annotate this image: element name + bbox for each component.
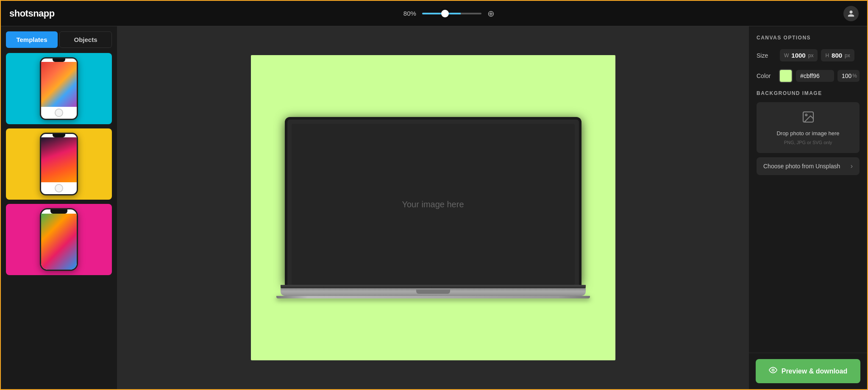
- opacity-value: 100: [842, 72, 851, 79]
- phone-notch-1: [53, 58, 65, 62]
- phone-home-btn-1: [55, 109, 63, 117]
- screen-character: [41, 214, 77, 270]
- topbar-left: shotsnapp: [9, 8, 55, 19]
- unsplash-button[interactable]: Choose photo from Unsplash ›: [757, 157, 860, 175]
- options-title: CANVAS OPTIONS: [757, 35, 860, 41]
- topbar-center: 80% ⊕: [403, 8, 495, 19]
- app-logo: shotsnapp: [9, 8, 55, 19]
- width-field[interactable]: W 1000 px: [780, 49, 818, 61]
- screen-abstract: [41, 62, 77, 107]
- screen-smoke: [41, 137, 77, 182]
- drop-sub-text: PNG, JPG or SVG only: [784, 140, 832, 145]
- laptop-hinge: [281, 285, 586, 288]
- svg-point-1: [805, 114, 807, 116]
- height-unit: px: [845, 53, 850, 58]
- size-label: Size: [757, 52, 780, 59]
- unsplash-label: Choose photo from Unsplash: [763, 163, 840, 170]
- color-swatch[interactable]: [779, 69, 793, 83]
- template-card-1[interactable]: [6, 53, 112, 124]
- size-controls: W 1000 px H 800 px: [780, 49, 860, 61]
- zoom-slider-wrap: [422, 13, 481, 14]
- zoom-label: 80%: [403, 10, 416, 17]
- phone-mockup-1: [40, 57, 78, 120]
- width-unit: px: [808, 53, 814, 58]
- width-dim-label: W: [784, 53, 789, 58]
- template-card-3[interactable]: [6, 204, 112, 275]
- user-icon-button[interactable]: [843, 6, 859, 21]
- opacity-symbol: %: [852, 73, 857, 79]
- width-value: 1000: [791, 52, 805, 59]
- template-card-2[interactable]: [6, 128, 112, 200]
- drop-zone[interactable]: Drop photo or image here PNG, JPG or SVG…: [757, 102, 860, 153]
- color-label: Color: [757, 72, 779, 79]
- preview-download-button[interactable]: Preview & download: [756, 359, 860, 383]
- color-controls: #cbff96 100 %: [779, 69, 860, 83]
- image-upload-icon: [801, 110, 815, 127]
- download-label: Preview & download: [782, 368, 848, 375]
- tab-objects[interactable]: Objects: [59, 31, 112, 48]
- user-icon: [847, 10, 855, 17]
- topbar-right: [843, 6, 859, 21]
- download-bar: Preview & download: [749, 353, 867, 389]
- phone-home-btn-2: [55, 184, 63, 192]
- phone-mockup-3: [40, 208, 78, 271]
- laptop-placeholder-text: Your image here: [402, 200, 464, 209]
- color-row: Color #cbff96 100 %: [757, 69, 860, 83]
- height-value: 800: [832, 52, 842, 59]
- right-panel: CANVAS OPTIONS Size W 1000 px H 800 px: [748, 26, 867, 389]
- main-area: Templates Objects: [1, 26, 867, 389]
- opacity-field[interactable]: 100 %: [837, 70, 860, 82]
- tab-bar: Templates Objects: [1, 26, 117, 48]
- canvas[interactable]: Your image here: [251, 55, 615, 360]
- bg-image-section: BACKGROUND IMAGE Drop photo or image her…: [757, 90, 860, 175]
- laptop-screen-outer: Your image here: [285, 117, 581, 285]
- left-panel: Templates Objects: [1, 26, 117, 389]
- laptop-mockup: Your image here: [281, 117, 586, 298]
- bg-image-title: BACKGROUND IMAGE: [757, 90, 860, 96]
- laptop-screen-inner: Your image here: [292, 124, 575, 285]
- canvas-options: CANVAS OPTIONS Size W 1000 px H 800 px: [749, 26, 867, 353]
- size-row: Size W 1000 px H 800 px: [757, 49, 860, 61]
- tab-templates[interactable]: Templates: [6, 31, 58, 48]
- zoom-in-icon[interactable]: ⊕: [487, 8, 495, 19]
- chevron-right-icon: ›: [851, 162, 853, 170]
- phone-notch-2: [53, 134, 65, 137]
- height-field[interactable]: H 800 px: [821, 49, 854, 61]
- laptop-base: [281, 288, 586, 296]
- laptop-feet: [276, 296, 590, 298]
- phone-mockup-2: [40, 133, 78, 195]
- topbar: shotsnapp 80% ⊕: [1, 1, 867, 26]
- zoom-slider[interactable]: [422, 13, 481, 14]
- drop-main-text: Drop photo or image here: [776, 130, 839, 136]
- phone-screen-1: [41, 62, 77, 107]
- phone-screen-3: [41, 214, 77, 270]
- phone-screen-2: [41, 137, 77, 182]
- canvas-area: Your image here: [117, 26, 748, 389]
- phone-notch-3: [50, 209, 67, 214]
- laptop-notch-base: [416, 290, 450, 294]
- templates-list: [1, 48, 117, 389]
- color-hex-field[interactable]: #cbff96: [796, 70, 834, 82]
- height-dim-label: H: [825, 53, 829, 58]
- svg-point-2: [772, 369, 774, 371]
- eye-icon: [769, 366, 777, 376]
